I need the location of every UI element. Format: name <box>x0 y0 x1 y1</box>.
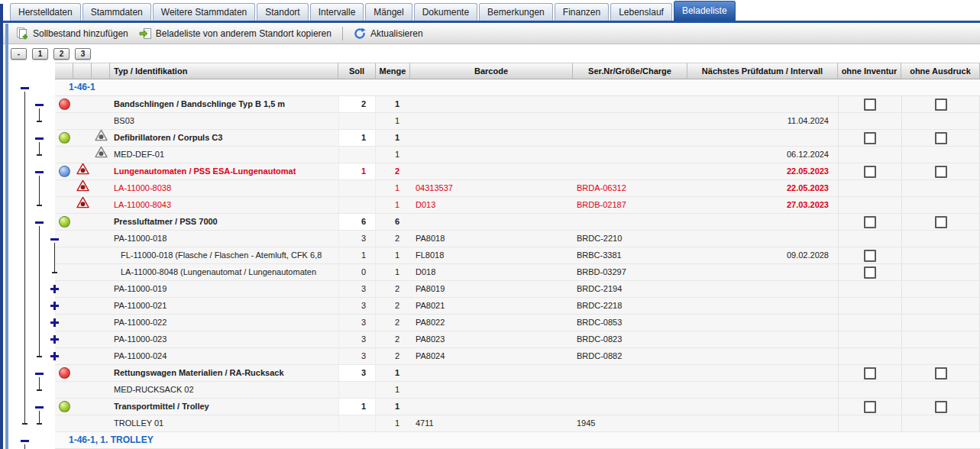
refresh-button[interactable]: Aktualisieren <box>348 26 429 41</box>
tree-collapse-toggle[interactable] <box>21 440 29 442</box>
table-row[interactable]: LA-11000-8048 (Lungenautomat / Lungenaut… <box>9 264 980 281</box>
defect-cell <box>73 113 92 130</box>
col-header-barcode[interactable]: Barcode <box>410 63 573 79</box>
defect-cell <box>73 180 92 197</box>
ohne-inventur-checkbox[interactable] <box>864 132 876 144</box>
status-cell <box>55 415 73 432</box>
ohne-ausdruck-checkbox[interactable] <box>935 216 947 228</box>
group-row[interactable]: 1-46-1 <box>9 79 980 96</box>
tree-expand-toggle[interactable] <box>50 352 59 360</box>
ohne-inventur-checkbox[interactable] <box>864 166 876 178</box>
status-ball-green-icon <box>59 401 70 412</box>
menge-cell: 2 <box>376 163 410 180</box>
group-row[interactable]: 1-46-1, 1. TROLLEY <box>9 432 980 449</box>
page-button-3[interactable]: 3 <box>75 48 91 60</box>
header-status-column <box>55 63 73 79</box>
col-header-ohne-inventur[interactable]: ohne Inventur <box>838 63 901 79</box>
ohne-inventur-checkbox[interactable] <box>864 367 876 380</box>
soll-input[interactable]: 1 <box>338 163 376 180</box>
page-button-2[interactable]: 2 <box>53 48 70 60</box>
tab-dokumente[interactable]: Dokumente <box>414 3 477 21</box>
table-row[interactable]: MED-RUCKSACK 021 <box>9 382 980 399</box>
ohne-ausdruck-checkbox[interactable] <box>935 132 947 144</box>
ohne-inventur-checkbox[interactable] <box>864 216 876 228</box>
page-button-collapse[interactable]: - <box>11 48 27 60</box>
soll-input[interactable]: 1 <box>338 399 376 415</box>
tree-collapse-toggle[interactable] <box>21 87 29 89</box>
table-row[interactable]: LA-11000-8038104313537BRDA-0631222.05.20… <box>9 180 980 197</box>
table-row[interactable]: MED-DEF-01106.12.2024 <box>9 147 980 163</box>
soll-input[interactable]: 6 <box>338 214 376 231</box>
date-cell: 06.12.2024 <box>687 147 838 163</box>
tab-standort[interactable]: Standort <box>257 3 308 21</box>
col-header-sernr[interactable]: Ser.Nr/Größe/Charge <box>573 63 687 79</box>
ohne-inventur-checkbox[interactable] <box>864 401 876 413</box>
tree-expand-toggle[interactable] <box>50 318 59 327</box>
tab-beladeliste[interactable]: Beladeliste <box>674 1 736 21</box>
inventur-cell <box>838 298 901 315</box>
page-button-1[interactable]: 1 <box>32 48 48 60</box>
soll-input[interactable]: 2 <box>338 96 376 113</box>
ohne-ausdruck-checkbox[interactable] <box>935 166 947 178</box>
add-sollbestand-button[interactable]: Sollbestand hinzufügen <box>11 26 134 41</box>
tab-weitere-stammdaten[interactable]: Weitere Stammdaten <box>153 3 256 21</box>
table-row[interactable]: Rettungswagen Materialien / RA-Rucksack3… <box>9 365 980 382</box>
tree-collapse-toggle[interactable] <box>35 137 44 140</box>
col-header-soll[interactable]: Soll <box>338 63 376 79</box>
tab-lebenslauf[interactable]: Lebenslauf <box>610 3 672 21</box>
tab-herstelldaten[interactable]: Herstelldaten <box>10 3 81 21</box>
inventur-cell <box>838 130 901 147</box>
soll-input[interactable]: 3 <box>338 365 376 382</box>
tree-collapse-toggle[interactable] <box>35 221 44 224</box>
col-header-menge[interactable]: Menge <box>376 63 410 79</box>
barcode-cell <box>410 365 573 382</box>
table-row[interactable]: BS03111.04.2024 <box>9 113 980 130</box>
tab-finanzen[interactable]: Finanzen <box>555 3 609 21</box>
table-row[interactable]: PA-11000-02132PA8021BRDC-2218 <box>9 298 980 315</box>
ausdruck-cell <box>901 147 980 163</box>
table-row[interactable]: Bandschlingen / Bandschlinge Typ B 1,5 m… <box>9 96 980 113</box>
table-row[interactable]: Transportmittel / Trolley11 <box>9 399 980 415</box>
table-row[interactable]: Defibrillatoren / Corpuls C311 <box>9 130 980 147</box>
col-header-typ-identifikation[interactable]: Typ / Identifikation <box>110 63 338 79</box>
tree-expand-toggle[interactable] <box>50 285 59 293</box>
col-header-ohne-ausdruck[interactable]: ohne Ausdruck <box>901 63 980 79</box>
tab-bemerkungen[interactable]: Bemerkungen <box>479 3 553 21</box>
tree-collapse-toggle[interactable] <box>50 238 59 241</box>
ohne-inventur-checkbox[interactable] <box>864 250 876 262</box>
inventur-cell <box>838 365 901 382</box>
ohne-inventur-checkbox[interactable] <box>864 99 876 111</box>
table-row[interactable]: TROLLEY 01147111945 <box>9 415 980 432</box>
group-link[interactable]: 1-46-1 <box>69 82 95 92</box>
tab-stammdaten[interactable]: Stammdaten <box>82 3 151 21</box>
copy-beladeliste-button[interactable]: Beladeliste von anderem Standort kopiere… <box>134 26 337 41</box>
table-row[interactable]: PA-11000-02432PA8024BRDC-0882 <box>9 348 980 365</box>
ohne-ausdruck-checkbox[interactable] <box>935 367 947 380</box>
group-link[interactable]: 1-46-1, 1. TROLLEY <box>69 434 154 445</box>
table-row[interactable]: Lungenautomaten / PSS ESA-Lungenautomat1… <box>9 163 980 180</box>
soll-cell: 3 <box>338 348 376 365</box>
tree-expand-toggle[interactable] <box>50 335 59 344</box>
table-row[interactable]: FL-11000-018 (Flasche / Flaschen - Ateml… <box>9 247 980 264</box>
ohne-inventur-checkbox[interactable] <box>864 266 876 279</box>
table-row[interactable]: PA-11000-02332PA8023BRDC-0823 <box>9 331 980 348</box>
table-row[interactable]: PA-11000-01932PA8019BRDC-2194 <box>9 281 980 298</box>
date-cell <box>687 415 838 432</box>
soll-input[interactable]: 1 <box>338 130 376 147</box>
table-row[interactable]: LA-11000-80431D013BRDB-0218727.03.2023 <box>9 197 980 214</box>
ohne-ausdruck-checkbox[interactable] <box>935 401 947 413</box>
tree-collapse-toggle[interactable] <box>35 406 44 409</box>
tree-collapse-toggle[interactable] <box>35 104 44 106</box>
table-row[interactable]: Pressluftatmer / PSS 700066 <box>9 214 980 231</box>
menge-cell: 1 <box>376 399 410 415</box>
col-header-pruefdatum[interactable]: Nächstes Prüfdatum / Intervall <box>687 63 838 79</box>
ohne-ausdruck-checkbox[interactable] <box>935 99 947 111</box>
tab-mängel[interactable]: Mängel <box>365 3 412 21</box>
table-row[interactable]: PA-11000-02232PA8022BRDC-0853 <box>9 315 980 331</box>
tree-collapse-toggle[interactable] <box>35 373 44 375</box>
tree-expand-toggle[interactable] <box>50 302 59 310</box>
status-ball-red-icon <box>59 367 70 379</box>
table-row[interactable]: PA-11000-01832PA8018BRDC-2210 <box>9 231 980 247</box>
tree-collapse-toggle[interactable] <box>35 171 44 173</box>
tab-intervalle[interactable]: Intervalle <box>310 3 364 21</box>
